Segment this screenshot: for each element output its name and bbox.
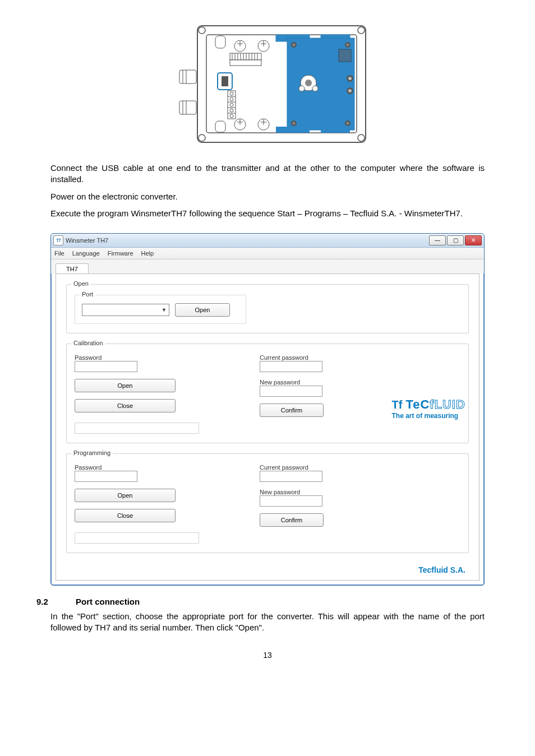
section-number: 9.2 [36,597,59,606]
calibration-new-pw-input[interactable] [260,386,322,397]
programming-close-button[interactable]: Close [75,509,176,522]
titlebar[interactable]: Tf Winsmeter TH7 — ▢ ✕ [51,234,484,248]
section-title: Port connection [76,597,140,606]
paragraph-2: Power on the electronic converter. [34,191,501,202]
svg-rect-69 [179,101,196,114]
brand-tec: TeC [405,397,430,411]
menu-bar: File Language Firmware Help [51,248,484,259]
app-icon: Tf [53,235,63,245]
calibration-new-pw-label: New password [260,379,460,386]
svg-rect-57 [215,121,225,132]
svg-point-28 [348,89,352,92]
svg-rect-44 [230,60,261,66]
app-screenshot: Tf Winsmeter TH7 — ▢ ✕ File Language Fir… [50,233,485,586]
window-title: Winsmeter TH7 [66,237,429,244]
paragraph-3: Execute the program WinsmeterTH7 followi… [34,208,501,219]
menu-help[interactable]: Help [141,250,154,257]
company-name: Tecfluid S.A. [418,565,465,574]
brand-fluid: fLUID [430,397,465,411]
svg-point-26 [348,77,352,80]
menu-firmware[interactable]: Firmware [108,250,133,257]
menu-language[interactable]: Language [72,250,100,257]
group-open: Open Port ▼ Open [66,284,469,333]
svg-point-23 [347,122,349,125]
svg-point-32 [312,86,318,91]
svg-rect-8 [215,36,225,48]
group-port: Port ▼ Open [75,295,246,324]
minimize-button[interactable]: — [429,235,446,245]
svg-point-31 [299,86,305,91]
svg-rect-64 [276,127,310,133]
chevron-down-icon: ▼ [162,307,167,313]
tf-icon: Tf [392,398,403,411]
programming-new-pw-label: New password [260,489,460,495]
tab-th7[interactable]: TH7 [56,263,89,274]
group-calibration-legend: Calibration [71,340,105,346]
svg-rect-24 [339,49,351,62]
calibration-confirm-button[interactable]: Confirm [260,403,324,417]
calibration-close-button[interactable]: Close [75,399,176,412]
group-calibration: Calibration Password Open Close [66,344,469,443]
svg-rect-46 [222,76,228,86]
programming-password-label: Password [75,464,176,471]
group-programming: Programming Password Open Close [66,453,469,553]
programming-current-pw-input[interactable] [260,471,322,482]
svg-point-30 [305,80,312,86]
svg-point-17 [293,44,296,47]
close-button[interactable]: ✕ [465,235,482,245]
calibration-current-pw-label: Current password [260,354,460,361]
device-illustration [34,22,501,146]
programming-confirm-button[interactable]: Confirm [260,513,324,527]
svg-rect-65 [321,127,350,133]
group-port-legend: Port [80,291,95,298]
paragraph-1: Connect the USB cable at one end to the … [34,163,501,185]
svg-rect-33 [230,53,261,60]
open-port-button[interactable]: Open [175,303,230,317]
calibration-password-label: Password [75,354,176,361]
svg-point-19 [347,44,349,47]
programming-new-pw-input[interactable] [260,495,322,507]
group-open-legend: Open [71,280,91,287]
brand-tagline: The art of measuring [392,412,465,420]
programming-status [75,532,199,544]
calibration-open-button[interactable]: Open [75,379,176,392]
svg-rect-66 [179,70,196,84]
menu-file[interactable]: File [54,250,64,257]
maximize-button[interactable]: ▢ [447,235,464,245]
group-programming-legend: Programming [71,449,113,456]
programming-open-button[interactable]: Open [75,489,176,502]
port-combobox[interactable]: ▼ [82,304,169,316]
page-number: 13 [34,651,501,660]
svg-point-21 [293,122,296,125]
section-paragraph: In the "Port" section, choose the approp… [34,611,501,634]
programming-current-pw-label: Current password [260,464,460,471]
calibration-current-pw-input[interactable] [260,361,322,372]
programming-password-input[interactable] [75,471,137,482]
calibration-password-input[interactable] [75,361,137,372]
brand-logo: Tf TeCfLUID The art of measuring [392,397,465,420]
transmitter-svg [164,22,371,146]
calibration-status [75,423,199,434]
